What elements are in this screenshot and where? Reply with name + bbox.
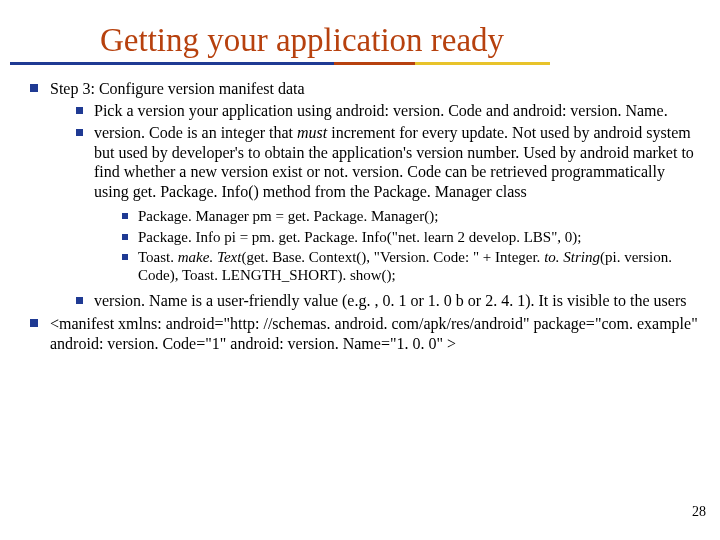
version-name-item: version. Name is a user-friendly value (… bbox=[74, 291, 698, 311]
title-underline bbox=[10, 62, 550, 65]
level1-list: Step 3: Configure version manifest data … bbox=[22, 79, 698, 353]
code3a: Toast. bbox=[138, 249, 178, 265]
step3-item: Step 3: Configure version manifest data … bbox=[28, 79, 698, 310]
slide-body: Step 3: Configure version manifest data … bbox=[22, 79, 698, 353]
code-line-2: Package. Info pi = pm. get. Package. Inf… bbox=[120, 228, 698, 246]
pick-version-item: Pick a version your application using an… bbox=[74, 101, 698, 121]
code3-make: make. Text bbox=[178, 249, 242, 265]
code3b: (get. Base. Context(), "Version. Code: "… bbox=[241, 249, 544, 265]
manifest-text: <manifest xmlns: android="http: //schema… bbox=[50, 315, 698, 352]
manifest-item: <manifest xmlns: android="http: //schema… bbox=[28, 314, 698, 353]
title-block: Getting your application ready bbox=[100, 22, 698, 65]
level2-list: Pick a version your application using an… bbox=[50, 101, 698, 310]
slide: Getting your application ready Step 3: C… bbox=[0, 0, 720, 540]
level3-list: Package. Manager pm = get. Package. Mana… bbox=[94, 207, 698, 284]
code-line-3: Toast. make. Text(get. Base. Context(), … bbox=[120, 248, 698, 285]
code3-tostring: to. String bbox=[544, 249, 600, 265]
version-code-text1: version. Code is an integer that bbox=[94, 124, 297, 141]
pick-version-text: Pick a version your application using an… bbox=[94, 102, 668, 119]
page-number: 28 bbox=[692, 504, 706, 520]
code-line-1: Package. Manager pm = get. Package. Mana… bbox=[120, 207, 698, 225]
slide-title: Getting your application ready bbox=[100, 22, 698, 58]
version-code-must: must bbox=[297, 124, 327, 141]
step3-heading: Step 3: Configure version manifest data bbox=[50, 80, 305, 97]
version-code-item: version. Code is an integer that must in… bbox=[74, 123, 698, 284]
version-name-text: version. Name is a user-friendly value (… bbox=[94, 292, 686, 309]
